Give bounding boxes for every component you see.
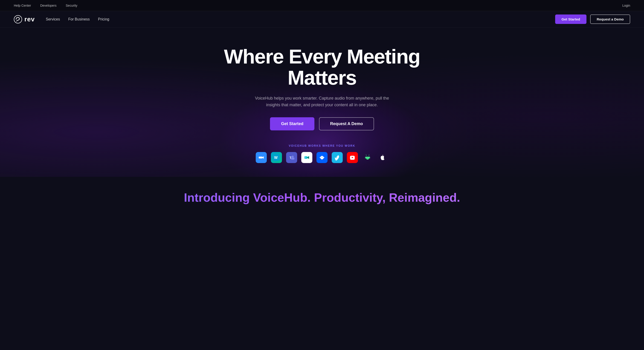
hero-section: Where Every Meeting Matters VoiceHub hel… — [0, 27, 644, 177]
main-nav: rev Services For Business Pricing Get St… — [0, 11, 644, 27]
svg-point-0 — [14, 15, 22, 23]
bottom-title: Introducing VoiceHub. Productivity, Reim… — [14, 191, 630, 204]
hero-content: Where Every Meeting Matters VoiceHub hel… — [207, 46, 437, 163]
hero-buttons: Get Started Request A Demo — [207, 117, 437, 130]
nav-right: Get Started Request a Demo — [555, 14, 630, 24]
bottom-section: Introducing VoiceHub. Productivity, Reim… — [0, 177, 644, 214]
nav-get-started-button[interactable]: Get Started — [555, 14, 587, 24]
rev-logo-icon — [14, 15, 22, 23]
logo[interactable]: rev — [14, 15, 35, 23]
svg-text:W: W — [274, 156, 278, 160]
vimeo-icon[interactable] — [332, 152, 343, 163]
svg-rect-9 — [305, 157, 306, 158]
integrations-icons: W T — [207, 152, 437, 163]
nav-left: rev Services For Business Pricing — [14, 15, 109, 23]
android-icon[interactable] — [362, 152, 373, 163]
svg-point-14 — [368, 157, 369, 158]
apple-icon[interactable] — [377, 152, 388, 163]
top-bar-right: Login — [622, 3, 630, 7]
hero-get-started-button[interactable]: Get Started — [270, 117, 314, 130]
nav-services[interactable]: Services — [46, 17, 60, 21]
developers-link[interactable]: Developers — [40, 4, 56, 7]
logo-text: rev — [24, 16, 35, 23]
teams-icon[interactable]: T — [286, 152, 297, 163]
security-link[interactable]: Security — [66, 4, 78, 7]
svg-point-13 — [367, 157, 367, 158]
hero-title: Where Every Meeting Matters — [207, 46, 437, 88]
nav-pricing[interactable]: Pricing — [98, 17, 109, 21]
zoom-icon[interactable] — [256, 152, 267, 163]
login-link[interactable]: Login — [622, 4, 630, 7]
nav-links: Services For Business Pricing — [46, 17, 109, 21]
dropbox-icon[interactable] — [316, 152, 328, 163]
youtube-icon[interactable] — [347, 152, 358, 163]
help-center-link[interactable]: Help Center — [14, 4, 31, 7]
top-bar-links: Help Center Developers Security — [14, 4, 77, 7]
svg-point-6 — [292, 156, 294, 158]
webex-icon[interactable]: W — [271, 152, 282, 163]
integrations-label: VOICEHUB WORKS WHERE YOU WORK — [207, 144, 437, 147]
svg-rect-7 — [291, 158, 294, 160]
hero-request-demo-button[interactable]: Request A Demo — [319, 117, 374, 130]
nav-request-demo-button[interactable]: Request a Demo — [590, 14, 630, 24]
top-bar: Help Center Developers Security Login — [0, 0, 644, 11]
hero-subtitle: VoiceHub helps you work smarter. Capture… — [253, 95, 391, 108]
nav-for-business[interactable]: For Business — [68, 17, 90, 21]
google-meet-icon[interactable] — [301, 152, 312, 163]
